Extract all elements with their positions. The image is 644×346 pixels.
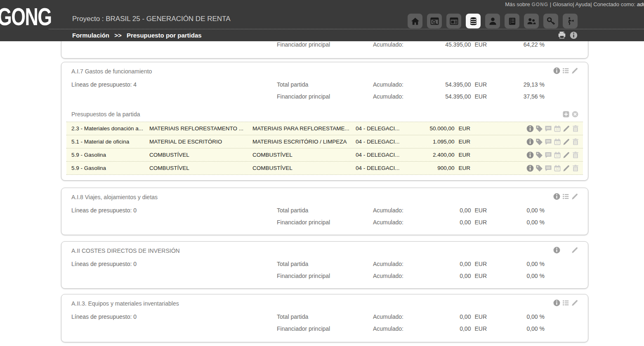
amount: 54.395,00EUR [437,93,487,100]
add-icon[interactable] [562,111,570,118]
trash-icon[interactable] [571,164,580,172]
list-icon[interactable] [562,193,570,200]
info-icon[interactable] [526,151,534,159]
acumulado-label: Acumulado: [373,325,437,332]
nav-users-button[interactable] [524,14,539,28]
info-icon[interactable] [553,246,561,254]
card-partida-ai7: A.I.7 Gastos de funcionamiento Líneas de… [61,62,588,181]
pencil-icon[interactable] [562,151,571,159]
table-row: 5.9 - Gasolina COMBUSTÍVEL COMBUSTÍVEL 0… [66,161,583,175]
pencil-icon[interactable] [562,125,571,133]
stats-row: Líneas de presupuesto: 4 Total partida A… [61,78,588,90]
calendar-icon[interactable] [553,125,561,133]
close-icon[interactable] [571,111,579,118]
percent: 0,00 % [487,313,545,320]
info-icon[interactable] [526,164,534,172]
tag-icon[interactable] [535,125,543,133]
calendar-icon[interactable] [553,151,561,159]
header: Más sobre GONG | Glosario| Ayuda| Conect… [0,0,644,41]
lineas-label: Líneas de presupuesto: 0 [71,261,277,267]
trash-icon[interactable] [571,125,580,133]
cell-concept: 5.9 - Gasolina [71,165,149,171]
nav-database-button[interactable] [466,14,481,28]
calendar-icon[interactable] [553,164,561,172]
nav-search-button[interactable] [427,14,442,28]
pencil-icon[interactable] [571,299,579,307]
lineas-label: Líneas de presupuesto: 4 [71,81,277,88]
cell-concept: 5.1 - Material de oficina [71,139,149,145]
cell-concept: 2.3 - Materiales donación a... [71,125,149,132]
info-icon[interactable] [553,193,561,200]
notebook-icon [507,16,517,26]
ayuda-link[interactable]: Ayuda [576,1,591,7]
stats-row: Líneas de presupuesto: 0 Total partida A… [61,258,588,270]
budget-lines-table: 2.3 - Materiales donación a... MATERIAIS… [66,122,583,175]
nav-user-button[interactable] [485,14,500,28]
username: adm [637,1,644,7]
partial-row-label: Financiador principal [277,41,373,48]
pencil-icon[interactable] [571,246,579,254]
breadcrumb-actions [557,31,578,40]
comment-icon[interactable] [544,125,552,133]
card-header: A.II.3. Equipos y materiales inventariab… [61,294,588,307]
gong-logo: GONG [0,5,52,29]
tag-icon[interactable] [535,164,543,172]
partida-actions [553,246,579,254]
partial-amount: 45.395,00 EUR [437,41,487,48]
budget-section-header: Presupuestos de la partida [71,110,578,118]
calendar-icon[interactable] [553,138,561,146]
info-icon[interactable] [569,31,578,40]
cell-name: COMBUSTÍVEL [149,165,252,171]
amount: 0,00EUR [437,273,487,279]
trash-icon[interactable] [571,138,580,146]
acumulado-label: Acumulado: [373,93,437,100]
info-icon[interactable] [553,299,561,307]
tag-icon[interactable] [535,138,543,146]
comment-icon[interactable] [544,151,552,159]
glosario-link[interactable]: Glosario [553,1,573,7]
cell-amount: 1.095,00EUR [403,139,470,145]
table-row: 5.9 - Gasolina COMBUSTÍVEL COMBUSTÍVEL 0… [66,148,583,161]
breadcrumb-separator: >> [114,32,122,39]
acumulado-label: Acumulado: [373,261,437,267]
cell-amount: 2.400,00EUR [403,152,470,158]
key-icon [546,16,556,26]
info-icon[interactable] [526,125,534,133]
pencil-icon[interactable] [571,67,579,75]
trash-icon[interactable] [571,151,580,159]
comment-icon[interactable] [544,164,552,172]
nav-logout-button[interactable] [563,14,578,28]
info-icon[interactable] [553,67,561,75]
cell-amount: 900,00EUR [403,165,470,171]
list-icon[interactable] [562,299,570,307]
row-actions [526,151,580,159]
nav-key-button[interactable] [543,14,558,28]
users-icon [527,16,536,26]
breadcrumb-section: Formulación [72,32,109,39]
gong-brand-small: GONG [531,2,548,7]
nav-home-button[interactable] [408,14,422,28]
card-partida-aii3: A.II.3. Equipos y materiales inventariab… [61,294,588,342]
comment-icon[interactable] [544,138,552,146]
pencil-icon[interactable] [571,193,579,200]
amount: 0,00EUR [437,325,487,332]
list-icon[interactable] [562,67,570,75]
mas-sobre-link[interactable]: Más sobre GONG [505,1,548,7]
pencil-icon[interactable] [562,164,571,172]
nav-dashboard-button[interactable] [446,14,461,28]
partida-actions [553,193,579,200]
nav-notebook-button[interactable] [505,14,519,28]
budget-section-title: Presupuestos de la partida [71,111,140,118]
partial-percent: 64,22 % [487,41,545,48]
cell-description: MATERIAIS PARA REFLORESTAME... [252,125,356,132]
row-label: Financiador principal [277,219,373,226]
budget-section-actions [562,111,579,118]
tag-icon[interactable] [535,151,543,159]
acumulado-label: Acumulado: [373,273,437,279]
info-icon[interactable] [526,138,534,146]
row-label: Financiador principal [277,93,373,100]
pencil-icon[interactable] [562,138,571,146]
printer-icon[interactable] [557,31,566,40]
breadcrumb-page: Presupuesto por partidas [127,32,202,39]
lineas-label: Líneas de presupuesto: 0 [71,207,277,214]
